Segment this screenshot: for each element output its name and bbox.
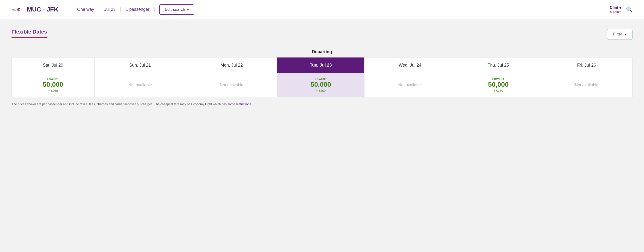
price-info: Lowest 50,000 + €260 (460, 78, 537, 93)
not-available-text: Not available (128, 83, 152, 87)
search-button[interactable]: 🔍 (626, 6, 632, 13)
passengers: 1 passenger (126, 7, 150, 12)
calendar-price-row: Lowest 50,000 + €260 Not available Not a… (12, 73, 632, 97)
header-right: Clint ▾ 0 points 🔍 (610, 5, 632, 14)
col-header-thu-jul-25[interactable]: Thu, Jul 25 (456, 57, 541, 73)
separator-3: | (120, 6, 122, 13)
price-amount: 50,000 (43, 81, 63, 88)
search-icon: 🔍 (626, 6, 632, 12)
flight-date: Jul 23 (104, 7, 116, 12)
price-cell-sun[interactable]: Not available (94, 73, 186, 97)
separator-1: | (71, 6, 73, 13)
chevron-down-icon: ▾ (624, 32, 626, 37)
some-restrictions-link[interactable]: some restrictions (228, 102, 251, 106)
day-label: Thu, Jul 25 (488, 63, 509, 68)
flexible-dates-section: Flexible Dates Filter ▾ (12, 29, 632, 40)
trip-type: One way (77, 7, 94, 12)
calendar-header-row: Sat, Jul 20 Sun, Jul 21 Mon, Jul 22 Tue,… (12, 57, 632, 73)
filter-button[interactable]: Filter ▾ (607, 29, 632, 40)
col-header-wed-jul-24[interactable]: Wed, Jul 24 (364, 57, 456, 73)
day-label: Wed, Jul 24 (398, 63, 421, 68)
price-amount: 50,000 (488, 81, 509, 88)
not-available-text: Not available (575, 83, 598, 87)
day-label: Mon, Jul 22 (220, 63, 243, 68)
col-header-fri-jul-26[interactable]: Fri, Jul 26 (541, 57, 632, 73)
logo-area: virgin atlantic (12, 5, 20, 14)
price-amount: 50,000 (310, 81, 331, 88)
svg-point-5 (19, 9, 20, 11)
page-header: virgin atlantic MUC - JFK | One way | Ju… (0, 0, 644, 19)
route-text: MUC - JFK (27, 6, 58, 13)
price-cell-sat[interactable]: Lowest 50,000 + €260 (12, 73, 94, 97)
col-header-mon-jul-22[interactable]: Mon, Jul 22 (186, 57, 277, 73)
price-surcharge: + €260 (494, 89, 503, 93)
user-info: Clint ▾ 0 points (610, 5, 621, 14)
svg-text:atlantic: atlantic (12, 10, 16, 11)
col-header-sun-jul-21[interactable]: Sun, Jul 21 (94, 57, 186, 73)
day-label: Fri, Jul 26 (577, 63, 596, 68)
price-cell-thu[interactable]: Lowest 50,000 + €260 (456, 73, 541, 97)
svg-text:virgin: virgin (12, 9, 15, 10)
main-content: Flexible Dates Filter ▾ Departing Sat, J… (0, 19, 644, 116)
edit-search-label: Edit search (164, 7, 185, 12)
lowest-label: Lowest (492, 78, 504, 81)
price-info: Lowest 50,000 + €260 (281, 78, 360, 93)
not-available-text: Not available (220, 83, 243, 87)
user-dropdown-icon: ▾ (619, 5, 621, 10)
user-points: 0 points (610, 10, 621, 14)
user-name: Clint ▾ (610, 5, 621, 10)
calendar-table: Sat, Jul 20 Sun, Jul 21 Mon, Jul 22 Tue,… (12, 57, 632, 97)
price-cell-fri[interactable]: Not available (541, 73, 632, 97)
flexible-dates-tab[interactable]: Flexible Dates (12, 29, 47, 38)
calendar-section: Departing Sat, Jul 20 Sun, Jul 21 Mon, J… (12, 49, 632, 106)
not-available-text: Not available (398, 83, 422, 87)
day-label: Sat, Jul 20 (43, 63, 63, 68)
footnote: The prices shown are per passenger and i… (12, 102, 632, 107)
price-surcharge: + €260 (48, 89, 58, 93)
virgin-atlantic-logo: virgin atlantic (12, 5, 20, 14)
price-cell-wed[interactable]: Not available (364, 73, 456, 97)
tab-label: Flexible Dates (12, 29, 47, 38)
col-header-tue-jul-23[interactable]: Tue, Jul 23 (277, 57, 364, 73)
price-surcharge: + €260 (316, 89, 326, 93)
svg-point-4 (18, 10, 19, 11)
price-cell-tue[interactable]: Lowest 50,000 + €260 (277, 73, 364, 97)
price-info: Lowest 50,000 + €260 (16, 78, 90, 93)
price-cell-mon[interactable]: Not available (186, 73, 277, 97)
departing-label: Departing (12, 49, 632, 54)
col-header-sat-jul-20[interactable]: Sat, Jul 20 (12, 57, 94, 73)
filter-label: Filter (613, 32, 622, 37)
edit-search-button[interactable]: Edit search ▾ (159, 4, 194, 15)
footnote-text: The prices shown are per passenger and i… (12, 102, 228, 106)
day-label: Sun, Jul 21 (129, 63, 151, 68)
footnote-end: . (251, 102, 252, 106)
lowest-label: Lowest (47, 78, 59, 81)
chevron-down-icon: ▾ (187, 8, 189, 11)
lowest-label: Lowest (315, 78, 327, 81)
separator-4: | (154, 6, 155, 13)
separator-2: | (98, 6, 100, 13)
day-label: Tue, Jul 23 (310, 63, 332, 68)
